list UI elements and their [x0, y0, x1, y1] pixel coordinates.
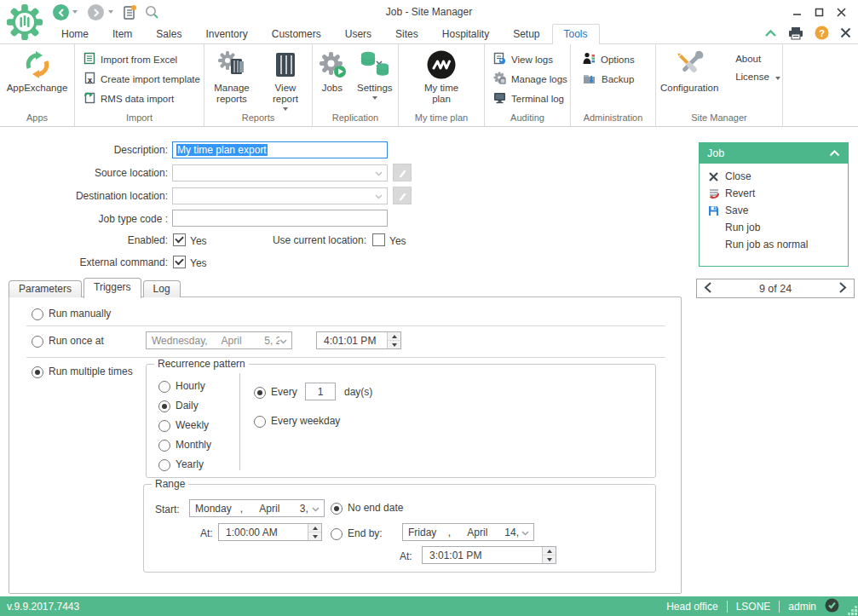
spin-down-icon[interactable]: [308, 533, 321, 540]
hourly-radio[interactable]: [158, 381, 170, 393]
weekly-radio[interactable]: [158, 420, 170, 432]
jobs-button[interactable]: Jobs: [313, 47, 352, 94]
start-date-picker[interactable]: Monday , April 3,: [189, 499, 325, 517]
ribbon: AppExchange Apps: [0, 44, 858, 127]
license-button[interactable]: License: [735, 72, 780, 82]
use-current-location-checkbox[interactable]: [372, 233, 385, 246]
close-action[interactable]: Close: [700, 168, 848, 185]
source-location-combo[interactable]: [172, 164, 388, 181]
yearly-radio[interactable]: [158, 459, 170, 471]
tab-log[interactable]: Log: [143, 280, 181, 297]
every-weekday-radio[interactable]: [254, 416, 266, 428]
source-location-edit-button[interactable]: [393, 164, 412, 181]
enabled-checkbox[interactable]: [173, 233, 186, 246]
daily-radio[interactable]: [158, 400, 170, 412]
tab-customers[interactable]: Customers: [260, 24, 333, 44]
create-import-template-button[interactable]: x Create import template: [80, 69, 204, 89]
ribbon-group-import: Import from Excel x Create import templa…: [75, 44, 204, 126]
license-label: License: [735, 72, 769, 82]
tab-users[interactable]: Users: [333, 24, 383, 44]
monthly-label: Monthly: [176, 439, 211, 451]
description-input[interactable]: My time plan export: [172, 141, 388, 158]
version-label: v.9.9.2017.7443: [7, 601, 79, 613]
close-window-button[interactable]: [832, 6, 849, 19]
about-button[interactable]: About: [735, 54, 761, 64]
rms-data-import-button[interactable]: RMS data import: [80, 89, 177, 108]
job-type-code-label: Job type code :: [9, 213, 168, 225]
spin-up-icon[interactable]: [543, 547, 556, 556]
statusbar-separator: [779, 601, 780, 613]
end-time-picker[interactable]: 3:01:01 PM: [422, 546, 556, 564]
help-icon[interactable]: ?: [815, 26, 829, 43]
options-button[interactable]: Options: [579, 49, 638, 69]
close-ribbon-icon[interactable]: [840, 27, 851, 41]
backup-label: Backup: [602, 74, 634, 84]
manage-logs-button[interactable]: Manage logs: [490, 69, 571, 89]
appexchange-button[interactable]: AppExchange: [3, 47, 72, 94]
print-icon[interactable]: [788, 26, 803, 43]
view-report-button[interactable]: View report: [259, 47, 312, 111]
revert-action[interactable]: Revert: [700, 185, 848, 202]
terminal-log-button[interactable]: Terminal log: [490, 89, 567, 108]
run-multiple-times-radio[interactable]: [32, 366, 43, 378]
start-time-picker[interactable]: 1:00:00 AM: [218, 523, 322, 541]
destination-location-edit-button[interactable]: [393, 187, 412, 204]
tab-setup[interactable]: Setup: [501, 24, 551, 44]
view-logs-button[interactable]: View logs: [490, 49, 556, 69]
my-time-plan-button[interactable]: My time plan: [412, 47, 471, 105]
import-from-excel-button[interactable]: Import from Excel: [80, 49, 181, 69]
spin-down-icon[interactable]: [388, 341, 400, 348]
run-once-date-picker[interactable]: Wednesday, April 5, 201: [146, 331, 292, 349]
collapse-ribbon-icon[interactable]: [764, 28, 777, 40]
pager-previous-icon[interactable]: [704, 282, 711, 296]
every-n-days-radio[interactable]: [254, 387, 266, 399]
pager-next-icon[interactable]: [839, 282, 847, 296]
monthly-radio[interactable]: [158, 440, 170, 452]
weekly-label: Weekly: [176, 419, 209, 431]
every-n-days-input[interactable]: [305, 383, 336, 400]
tab-tools[interactable]: Tools: [552, 24, 600, 44]
manage-reports-icon: [217, 49, 246, 80]
backup-button[interactable]: Backup: [579, 69, 637, 89]
group-label-my-time-plan: My time plan: [399, 112, 484, 126]
group-label-site-manager: Site Manager: [656, 112, 782, 126]
view-report-icon: [274, 49, 297, 80]
destination-location-combo[interactable]: [172, 187, 388, 204]
tab-sales[interactable]: Sales: [144, 24, 193, 44]
end-date-picker[interactable]: Friday , April 14,: [402, 523, 534, 541]
tab-sites[interactable]: Sites: [383, 24, 430, 44]
run-once-time-picker[interactable]: 4:01:01 PM: [316, 331, 401, 349]
options-label: Options: [601, 55, 635, 65]
external-command-checkbox[interactable]: [173, 256, 186, 268]
tab-triggers[interactable]: Triggers: [83, 278, 141, 298]
tab-item[interactable]: Item: [101, 24, 144, 44]
save-action[interactable]: Save: [700, 202, 848, 219]
maximize-button[interactable]: [810, 6, 827, 19]
job-type-code-input[interactable]: [172, 210, 388, 227]
terminal-log-icon: [493, 92, 506, 106]
minimize-button[interactable]: [788, 6, 805, 19]
configuration-button[interactable]: Configuration: [656, 47, 723, 94]
run-job-as-normal-action[interactable]: Run job as normal: [700, 236, 848, 253]
tab-hospitality[interactable]: Hospitality: [430, 24, 501, 44]
settings-button[interactable]: Settings: [352, 47, 398, 100]
collapse-panel-icon[interactable]: [829, 147, 840, 159]
spin-up-icon[interactable]: [388, 332, 400, 341]
tab-parameters[interactable]: Parameters: [9, 280, 82, 297]
spin-up-icon[interactable]: [308, 524, 321, 533]
job-panel-header[interactable]: Job: [700, 143, 848, 164]
no-end-date-radio[interactable]: [331, 503, 343, 515]
backup-icon: [583, 72, 596, 86]
run-job-action[interactable]: Run job: [700, 219, 848, 236]
end-by-radio[interactable]: [331, 528, 343, 540]
settings-icon: [360, 49, 390, 80]
tab-inventory[interactable]: Inventory: [193, 24, 259, 44]
tab-home[interactable]: Home: [49, 24, 101, 44]
spin-down-icon[interactable]: [543, 556, 556, 563]
ribbon-group-apps: AppExchange Apps: [0, 44, 75, 126]
run-manually-radio[interactable]: [32, 308, 43, 320]
manage-reports-button[interactable]: Manage reports: [204, 47, 259, 105]
run-once-radio[interactable]: [32, 336, 43, 348]
license-caret-icon: [775, 77, 780, 80]
resize-grip[interactable]: [855, 613, 857, 615]
